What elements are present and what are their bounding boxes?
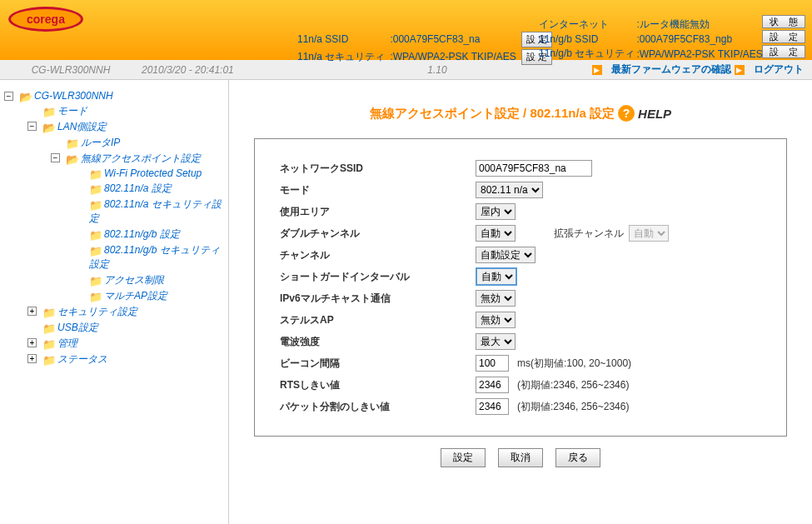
beacon-label: ビーコン間隔	[280, 357, 476, 371]
tree-wps[interactable]: Wi-Fi Protected Setup	[104, 167, 202, 179]
ch-label: チャンネル	[280, 248, 476, 262]
tree-na-sec[interactable]: 802.11n/a セキュリティ設定	[89, 198, 222, 224]
nav-tree: −CG-WLR300NNH モード −LAN側設定 ルータIP −無線アクセスポ…	[0, 80, 229, 524]
folder-icon	[89, 183, 101, 195]
status-button[interactable]: 状 態	[762, 15, 805, 28]
folder-icon	[42, 322, 54, 334]
ipv6-select[interactable]: 無効	[476, 290, 516, 307]
tree-expand-icon[interactable]: +	[27, 354, 37, 363]
frag-label: パケット分割のしきい値	[280, 400, 476, 414]
page-title-row: 無線アクセスポイント設定 / 802.11n/a 設定 ? HELP	[246, 105, 795, 122]
logo: corega	[8, 7, 83, 32]
folder-open-icon	[42, 122, 54, 133]
folder-icon	[42, 354, 54, 366]
rts-input[interactable]	[476, 377, 509, 393]
cancel-button[interactable]: 取消	[498, 448, 543, 467]
tree-status[interactable]: ステータス	[57, 353, 107, 365]
folder-icon	[89, 291, 101, 302]
tree-admin[interactable]: 管理	[57, 337, 77, 349]
tree-security[interactable]: セキュリティ設定	[57, 306, 137, 317]
internet-label: インターネット	[539, 17, 635, 32]
folder-icon	[66, 137, 77, 149]
folder-open-icon	[66, 153, 77, 165]
tree-expand-icon[interactable]: +	[27, 338, 37, 347]
na-ssid-label: 11n/a SSID	[297, 32, 388, 47]
ssid-input[interactable]	[476, 160, 592, 177]
model-label: CG-WLR300NNH	[0, 64, 142, 76]
tree-access[interactable]: アクセス制限	[104, 274, 164, 286]
frag-hint: (初期値:2346, 256~2346)	[517, 400, 629, 414]
mode-select[interactable]: 802.11 n/a	[476, 182, 543, 198]
arrow-icon: ▶	[735, 65, 745, 75]
tree-collapse-icon[interactable]: −	[4, 92, 13, 101]
folder-icon	[42, 106, 54, 117]
tree-lan[interactable]: LAN側設定	[57, 121, 107, 132]
folder-icon	[42, 338, 54, 350]
settings-button-2[interactable]: 設 定	[762, 45, 805, 58]
firmware-link[interactable]: 最新ファームウェアの確認	[611, 63, 731, 75]
beacon-input[interactable]	[476, 355, 509, 372]
rts-label: RTSしきい値	[280, 378, 476, 392]
folder-icon	[89, 168, 101, 180]
internet-value: :ルータ機能無効	[636, 17, 762, 32]
area-label: 使用エリア	[280, 205, 476, 219]
folder-icon	[89, 245, 101, 257]
ngb-sec-label: 11n/g/b セキュリティ	[539, 47, 635, 61]
ext-label: 拡張チャンネル	[554, 227, 624, 241]
header: corega 11n/a SSID :000A79F5CF83_na 設 定 1…	[0, 0, 812, 60]
area-select[interactable]: 屋内	[476, 203, 516, 220]
tree-routerip[interactable]: ルータIP	[81, 137, 120, 148]
power-select[interactable]: 最大	[476, 333, 516, 350]
folder-icon	[89, 229, 101, 241]
na-sec-label: 11n/a セキュリティ	[297, 49, 388, 65]
ngb-ssid-value: :000A79F5CF83_ngb	[636, 33, 762, 45]
submit-button[interactable]: 設定	[441, 448, 486, 467]
page-title: 無線アクセスポイント設定 / 802.11n/a 設定	[370, 106, 615, 122]
ngb-ssid-label: 11n/g/b SSID	[539, 33, 635, 45]
rts-hint: (初期値:2346, 256~2346)	[517, 378, 629, 392]
arrow-icon: ▶	[592, 65, 602, 75]
na-sec-value: :WPA/WPA2-PSK TKIP/AES	[390, 49, 519, 65]
na-ssid-value: :000A79F5CF83_na	[390, 32, 519, 47]
ssid-label: ネットワークSSID	[280, 162, 476, 176]
tree-wap[interactable]: 無線アクセスポイント設定	[81, 152, 201, 164]
tree-multiap[interactable]: マルチAP設定	[104, 290, 167, 302]
header-right-buttons: 状 態 設 定 設 定	[762, 15, 805, 58]
logo-text: corega	[8, 7, 83, 32]
content: 無線アクセスポイント設定 / 802.11n/a 設定 ? HELP ネットワー…	[229, 80, 812, 524]
tree-collapse-icon[interactable]: −	[51, 153, 60, 162]
logout-link[interactable]: ログアウト	[754, 63, 804, 75]
tree-root[interactable]: CG-WLR300NNH	[34, 90, 113, 102]
stealth-label: ステルスAP	[280, 313, 476, 327]
stealth-select[interactable]: 無効	[476, 312, 516, 328]
header-ngb-info: インターネット :ルータ機能無効 11n/g/b SSID :000A79F5C…	[537, 16, 765, 62]
sgi-select[interactable]: 自動	[476, 267, 517, 286]
tree-mode[interactable]: モード	[57, 105, 87, 117]
mode-label: モード	[280, 183, 476, 197]
dbl-select[interactable]: 自動	[476, 225, 516, 242]
ngb-sec-value: :WPA/WPA2-PSK TKIP/AES	[636, 47, 762, 61]
back-button[interactable]: 戻る	[555, 448, 600, 467]
beacon-hint: ms(初期値:100, 20~1000)	[517, 357, 631, 371]
tree-na[interactable]: 802.11n/a 設定	[104, 182, 172, 194]
tree-collapse-icon[interactable]: −	[27, 122, 37, 131]
folder-icon	[89, 199, 101, 211]
folder-icon	[89, 275, 101, 287]
folder-open-icon	[19, 91, 31, 102]
tree-expand-icon[interactable]: +	[27, 307, 37, 316]
help-label[interactable]: HELP	[638, 107, 671, 121]
sgi-label: ショートガードインターバル	[280, 270, 476, 284]
ext-select: 自動	[629, 225, 669, 242]
power-label: 電波強度	[280, 335, 476, 349]
ipv6-label: IPv6マルチキャスト通信	[280, 292, 476, 306]
folder-icon	[42, 307, 54, 318]
button-row: 設定 取消 戻る	[246, 448, 795, 467]
tree-ngb-sec[interactable]: 802.11n/g/b セキュリティ設定	[89, 244, 220, 270]
help-icon[interactable]: ?	[618, 105, 635, 122]
settings-button-1[interactable]: 設 定	[762, 30, 805, 43]
tree-usb[interactable]: USB設定	[57, 322, 98, 333]
frag-input[interactable]	[476, 398, 509, 415]
ch-select[interactable]: 自動設定	[476, 247, 536, 263]
tree-ngb[interactable]: 802.11n/g/b 設定	[104, 228, 180, 240]
settings-panel: ネットワークSSID モード 802.11 n/a 使用エリア 屋内 ダブルチャ…	[254, 138, 787, 437]
